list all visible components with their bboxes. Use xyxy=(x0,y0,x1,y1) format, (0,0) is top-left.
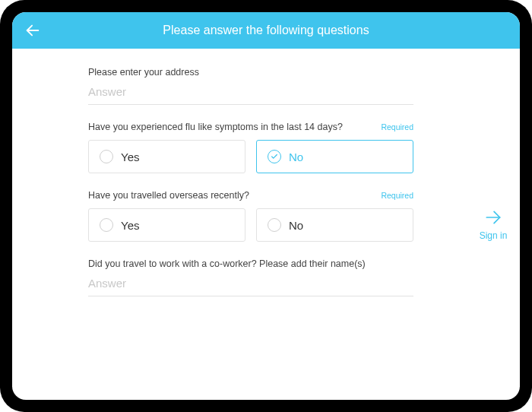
question-flu-symptoms: Have you experienced flu like symptoms i… xyxy=(88,122,413,173)
radio-checked-icon xyxy=(268,150,281,163)
address-input[interactable] xyxy=(88,82,413,105)
required-badge: Required xyxy=(381,191,413,200)
arrow-right-icon xyxy=(483,208,503,227)
question-address: Please enter your address xyxy=(88,67,413,105)
radio-icon xyxy=(268,218,281,232)
option-yes[interactable]: Yes xyxy=(88,140,245,173)
screen: Please answer the following questions Pl… xyxy=(12,12,520,400)
option-label: Yes xyxy=(121,219,139,232)
options-row: Yes No xyxy=(88,208,413,242)
signin-button[interactable]: Sign in xyxy=(467,49,520,400)
arrow-left-icon xyxy=(24,22,41,39)
question-travel-overseas: Have you travelled overseas recently? Re… xyxy=(88,190,413,242)
required-badge: Required xyxy=(381,122,413,132)
option-no[interactable]: No xyxy=(256,208,413,242)
options-row: Yes No xyxy=(88,140,413,173)
signin-label: Sign in xyxy=(480,230,508,241)
question-label: Please enter your address xyxy=(88,67,199,78)
option-no[interactable]: No xyxy=(256,140,413,173)
page-title: Please answer the following questions xyxy=(163,24,369,37)
option-label: No xyxy=(289,219,303,232)
header-bar: Please answer the following questions xyxy=(12,12,520,49)
option-label: Yes xyxy=(121,151,139,163)
back-button[interactable] xyxy=(24,22,41,39)
radio-icon xyxy=(100,150,113,163)
question-label: Have you travelled overseas recently? xyxy=(88,190,249,201)
content: Please enter your address Have you exper… xyxy=(12,49,520,400)
tablet-frame: Please answer the following questions Pl… xyxy=(0,0,532,412)
option-yes[interactable]: Yes xyxy=(88,208,245,242)
option-label: No xyxy=(289,151,303,163)
question-coworker: Did you travel to work with a co-worker?… xyxy=(88,258,413,296)
form-area: Please enter your address Have you exper… xyxy=(12,49,467,400)
coworker-input[interactable] xyxy=(88,274,413,296)
question-label: Have you experienced flu like symptoms i… xyxy=(88,122,343,132)
radio-icon xyxy=(100,218,113,232)
question-label: Did you travel to work with a co-worker?… xyxy=(88,258,366,269)
